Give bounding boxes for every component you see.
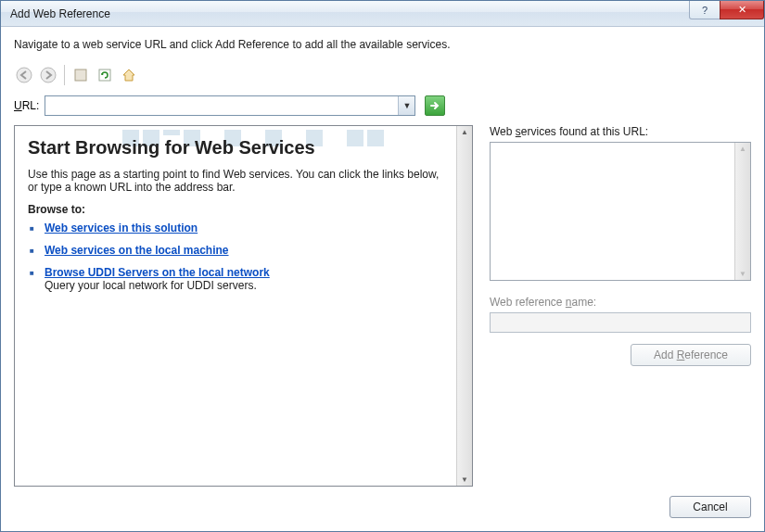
browser-frame: Start Browsing for Web Services Use this… [14, 125, 473, 487]
chevron-down-icon: ▼ [402, 101, 411, 110]
services-listbox[interactable] [490, 142, 751, 281]
services-scrollbar[interactable] [734, 143, 750, 280]
browser-heading: Start Browsing for Web Services [28, 137, 443, 158]
list-item: Browse UDDI Servers on the local network… [45, 266, 443, 292]
link-ws-solution[interactable]: Web services in this solution [45, 222, 198, 234]
refresh-icon [97, 68, 112, 82]
url-input[interactable] [45, 95, 415, 116]
cancel-button[interactable]: Cancel [669, 496, 751, 518]
add-reference-button[interactable]: Add Reference [631, 344, 751, 366]
close-button[interactable]: ✕ [720, 1, 764, 19]
link-ws-local-machine[interactable]: Web services on the local machine [45, 244, 229, 257]
link-uddi-desc: Query your local network for UDDI server… [45, 279, 443, 292]
titlebar[interactable]: Add Web Reference ? ✕ [1, 1, 764, 27]
instruction-text: Navigate to a web service URL and click … [14, 38, 751, 51]
forward-button[interactable] [38, 65, 58, 85]
right-column: Web services found at this URL: Web refe… [490, 125, 751, 487]
arrow-right-icon [429, 100, 440, 111]
web-reference-name-label: Web reference name: [490, 296, 751, 309]
window-title: Add Web Reference [10, 7, 110, 20]
toolbar [14, 62, 751, 88]
url-row: URL: ▼ [14, 95, 751, 116]
url-label: URL: [14, 99, 39, 112]
browser-pane[interactable]: Start Browsing for Web Services Use this… [15, 126, 456, 486]
footer: Cancel [14, 487, 751, 518]
stop-icon [73, 68, 88, 82]
browser-intro: Use this page as a starting point to fin… [28, 168, 443, 194]
help-button[interactable]: ? [689, 1, 720, 19]
refresh-button[interactable] [95, 65, 115, 85]
svg-rect-3 [99, 70, 110, 81]
web-reference-name-input[interactable] [490, 312, 751, 333]
back-button[interactable] [14, 65, 34, 85]
browser-scrollbar[interactable] [456, 126, 472, 486]
list-item: Web services in this solution [45, 222, 443, 234]
close-icon: ✕ [738, 4, 746, 16]
help-icon: ? [702, 5, 708, 16]
back-icon [16, 67, 32, 83]
dialog-window: Add Web Reference ? ✕ Navigate to a web … [0, 0, 765, 532]
dialog-content: Navigate to a web service URL and click … [1, 27, 764, 531]
services-found-label: Web services found at this URL: [490, 125, 751, 138]
svg-rect-2 [75, 70, 86, 81]
stop-button[interactable] [70, 65, 91, 85]
url-dropdown-button[interactable]: ▼ [398, 96, 414, 115]
link-uddi-local-network[interactable]: Browse UDDI Servers on the local network [45, 266, 270, 279]
svg-point-1 [41, 68, 56, 82]
home-button[interactable] [119, 65, 139, 85]
list-item: Web services on the local machine [45, 244, 443, 257]
forward-icon [40, 67, 57, 83]
home-icon [121, 68, 136, 82]
svg-point-0 [17, 68, 32, 82]
url-combobox[interactable]: ▼ [45, 95, 415, 116]
browse-to-label: Browse to: [28, 203, 443, 216]
go-button[interactable] [425, 95, 445, 116]
left-column: Start Browsing for Web Services Use this… [14, 125, 473, 487]
toolbar-separator [64, 65, 65, 85]
main-area: Start Browsing for Web Services Use this… [14, 125, 751, 487]
